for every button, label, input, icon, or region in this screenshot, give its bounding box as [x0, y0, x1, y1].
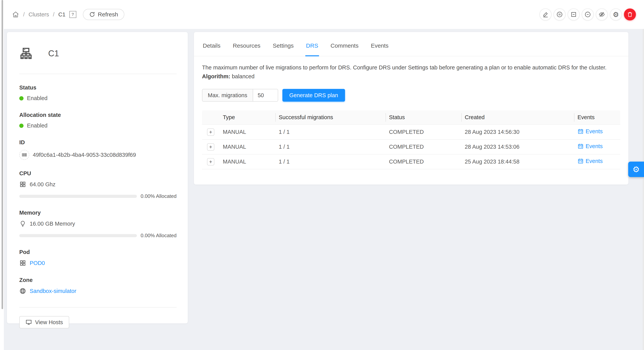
cpu-label: CPU — [19, 170, 176, 177]
column-header-migrations: Successful migrations — [276, 110, 386, 125]
cpu-value: 64.00 Ghz — [30, 181, 56, 188]
cell-status: COMPLETED — [386, 154, 462, 169]
pod-section: Pod POD0 — [19, 249, 176, 266]
scrollbar-thumb[interactable] — [2, 0, 3, 309]
algorithm-value: balanced — [232, 73, 255, 80]
status-dot-icon — [19, 96, 24, 101]
breadcrumb-clusters-link[interactable]: Clusters — [28, 11, 49, 18]
breadcrumb-current: C1 — [58, 11, 65, 18]
table-row: + MANUAL 1 / 1 COMPLETED 28 Aug 2023 14:… — [202, 139, 620, 154]
cell-status: COMPLETED — [386, 125, 462, 139]
minus-circle-icon — [584, 11, 591, 18]
cell-migrations: 1 / 1 — [276, 139, 386, 154]
expand-column-header — [202, 110, 220, 125]
column-header-type: Type — [220, 110, 276, 125]
row-events-link[interactable]: Events — [578, 128, 603, 135]
generate-drs-plan-button[interactable]: Generate DRS plan — [282, 89, 345, 102]
calendar-check-icon — [578, 158, 584, 164]
zone-section: Zone Sandbox-simulator — [19, 277, 176, 294]
cell-type: MANUAL — [220, 154, 276, 169]
algorithm-line: Algorithm: balanced — [202, 73, 620, 80]
edit-icon — [542, 11, 549, 18]
cpu-section: CPU 64.00 Ghz 0.00% Allocated — [19, 170, 176, 199]
memory-label: Memory — [19, 210, 176, 216]
column-header-status: Status — [386, 110, 462, 125]
column-header-events: Events — [574, 110, 620, 125]
desktop-icon — [26, 319, 32, 325]
cell-status: COMPLETED — [386, 139, 462, 154]
row-events-link[interactable]: Events — [578, 143, 603, 149]
tab-resources[interactable]: Resources — [233, 43, 260, 56]
events-link-label: Events — [586, 158, 603, 164]
resource-info-card: C1 Status Enabled Allocation state Enabl… — [7, 32, 188, 323]
zone-link[interactable]: Sandbox-simulator — [30, 288, 76, 294]
cell-created: 28 Aug 2023 14:53:06 — [462, 139, 574, 154]
cell-type: MANUAL — [220, 125, 276, 139]
tab-events[interactable]: Events — [371, 43, 388, 56]
tab-drs[interactable]: DRS — [306, 43, 318, 56]
expand-row-button[interactable]: + — [207, 143, 214, 151]
table-row: + MANUAL 1 / 1 COMPLETED 28 Aug 2023 14:… — [202, 125, 620, 139]
floating-settings-button[interactable]: ⚙ — [628, 162, 644, 177]
memory-allocated: 0.00% Allocated — [141, 233, 176, 238]
minus-square-icon — [570, 11, 577, 18]
view-hosts-button[interactable]: View Hosts — [19, 316, 69, 328]
expand-row-button[interactable]: + — [207, 158, 214, 165]
unmanage-cluster-button[interactable] — [568, 9, 580, 21]
zone-label: Zone — [19, 277, 176, 283]
outofband-button[interactable] — [596, 9, 608, 21]
max-migrations-label: Max. migrations — [202, 89, 253, 101]
cluster-icon — [19, 47, 33, 60]
tab-details[interactable]: Details — [203, 43, 220, 56]
tab-settings[interactable]: Settings — [273, 43, 294, 56]
table-row: + MANUAL 1 / 1 COMPLETED 25 Aug 2023 18:… — [202, 154, 620, 169]
view-hosts-label: View Hosts — [35, 319, 63, 325]
detail-card: Details Resources Settings DRS Comments … — [194, 32, 628, 185]
table-header-row: Type Successful migrations Status Create… — [202, 110, 620, 125]
drs-plans-table: Type Successful migrations Status Create… — [202, 110, 620, 169]
breadcrumb: / Clusters / C1 ? Refresh — [12, 9, 124, 20]
column-header-created: Created — [462, 110, 574, 125]
barcode-icon — [19, 150, 29, 160]
delete-cluster-button[interactable] — [624, 9, 636, 21]
drs-form: Max. migrations Generate DRS plan — [202, 89, 620, 102]
max-migrations-input[interactable] — [253, 89, 278, 101]
disable-cluster-button[interactable] — [582, 9, 594, 21]
gear-icon: ⚙ — [632, 165, 640, 174]
expand-row-button[interactable]: + — [207, 128, 214, 136]
memory-section: Memory 16.00 GB Memory 0.00% Allocated — [19, 210, 176, 238]
left-gutter — [0, 0, 4, 350]
appstore-icon — [19, 259, 26, 266]
breadcrumb-separator: / — [23, 11, 25, 18]
divider — [19, 307, 176, 307]
appstore-icon — [19, 181, 26, 188]
pause-cluster-button[interactable] — [554, 9, 566, 21]
refresh-button[interactable]: Refresh — [83, 9, 124, 20]
refresh-label: Refresh — [98, 11, 118, 18]
entity-title: C1 — [48, 49, 59, 58]
cell-migrations: 1 / 1 — [276, 154, 386, 169]
status-value: Enabled — [27, 95, 48, 101]
help-icon[interactable]: ? — [70, 11, 76, 18]
pod-link[interactable]: POD0 — [30, 260, 45, 266]
cpu-allocated: 0.00% Allocated — [141, 193, 176, 199]
events-link-label: Events — [586, 128, 603, 135]
events-link-label: Events — [586, 143, 603, 149]
algorithm-label: Algorithm: — [202, 73, 230, 80]
allocation-state-label: Allocation state — [19, 112, 176, 118]
drs-description: The maximum number of live migrations to… — [202, 64, 620, 71]
page: / Clusters / C1 ? Refresh — [0, 0, 644, 350]
home-icon[interactable] — [12, 11, 19, 18]
gear-icon: ⚙ — [613, 11, 619, 19]
top-bar: / Clusters / C1 ? Refresh — [4, 0, 644, 29]
row-events-link[interactable]: Events — [578, 158, 603, 164]
status-section: Status Enabled — [19, 85, 176, 101]
status-label: Status — [19, 85, 176, 91]
tabs-bar: Details Resources Settings DRS Comments … — [194, 32, 628, 56]
cpu-progress-bar — [19, 195, 137, 198]
pod-label: Pod — [19, 249, 176, 255]
edit-button[interactable] — [540, 9, 552, 21]
tab-comments[interactable]: Comments — [330, 43, 358, 56]
configure-ha-button[interactable]: ⚙ — [610, 9, 622, 21]
bulb-icon — [19, 220, 26, 227]
